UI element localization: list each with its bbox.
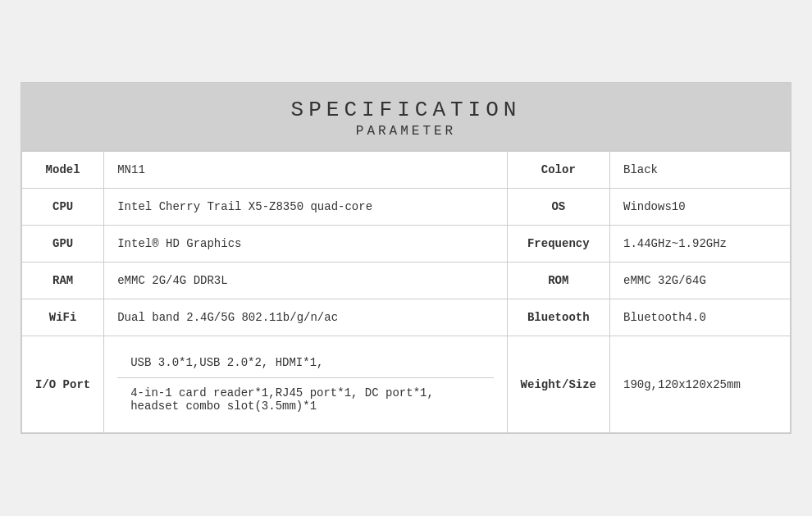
io-port-label: I/O Port [22,336,104,433]
cpu-value: Intel Cherry Trail X5-Z8350 quad-core [104,189,507,226]
ram-value: eMMC 2G/4G DDR3L [104,263,507,299]
frequency-label: Frequency [507,226,609,263]
io-port-value: USB 3.0*1,USB 2.0*2, HDMI*1, 4-in-1 card… [104,336,507,433]
gpu-value: Intel® HD Graphics [104,226,507,263]
table-row: GPU Intel® HD Graphics Frequency 1.44GHz… [22,226,791,263]
wifi-value: Dual band 2.4G/5G 802.11b/g/n/ac [104,299,507,336]
os-value: Windows10 [610,189,791,226]
bluetooth-value: Bluetooth4.0 [610,299,791,336]
model-value: MN11 [104,152,507,189]
frequency-value: 1.44GHz~1.92GHz [610,226,791,263]
model-label: Model [22,152,104,189]
spec-subtitle: PARAMETER [30,124,782,139]
table-row: WiFi Dual band 2.4G/5G 802.11b/g/n/ac Bl… [22,299,791,336]
table-row: Model MN11 Color Black [22,152,791,189]
io-line2: 4-in-1 card reader*1,RJ45 port*1, DC por… [117,378,493,421]
bluetooth-label: Bluetooth [507,299,609,336]
os-label: OS [507,189,609,226]
weight-size-label: Weight/Size [507,336,609,433]
wifi-label: WiFi [22,299,104,336]
spec-header: SPECIFICATION PARAMETER [21,83,791,151]
color-value: Black [610,152,791,189]
io-port-row: I/O Port USB 3.0*1,USB 2.0*2, HDMI*1, 4-… [22,336,791,433]
spec-title: SPECIFICATION [30,98,782,122]
weight-size-value: 190g,120x120x25mm [610,336,791,433]
io-line1: USB 3.0*1,USB 2.0*2, HDMI*1, [117,348,493,378]
rom-label: ROM [507,263,609,299]
cpu-label: CPU [22,189,104,226]
spec-container: SPECIFICATION PARAMETER Model MN11 Color… [21,82,791,434]
table-row: RAM eMMC 2G/4G DDR3L ROM eMMC 32G/64G [22,263,791,299]
color-label: Color [507,152,609,189]
spec-table: Model MN11 Color Black CPU Intel Cherry … [21,151,791,433]
ram-label: RAM [22,263,104,299]
table-row: CPU Intel Cherry Trail X5-Z8350 quad-cor… [22,189,791,226]
rom-value: eMMC 32G/64G [610,263,791,299]
gpu-label: GPU [22,226,104,263]
